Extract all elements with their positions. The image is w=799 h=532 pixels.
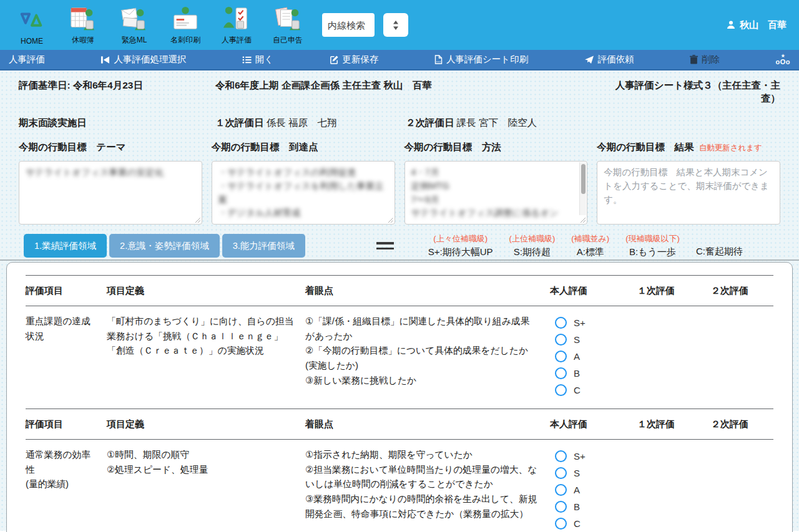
goal-result-title: 今期の行動目標 結果 — [597, 141, 694, 154]
radio-circle-icon[interactable] — [555, 384, 567, 396]
table-header-row: 評価項目 項目定義 着眼点 本人評価 １次評価 ２次評価 — [26, 409, 773, 440]
radio-circle-icon[interactable] — [555, 467, 567, 479]
extension-select-dropdown[interactable] — [383, 13, 408, 37]
top-app-bar: HOME 休暇簿 緊急ML — [0, 0, 799, 50]
menu-open[interactable]: 開く — [242, 54, 273, 65]
goal-result-textarea[interactable] — [597, 161, 780, 225]
goal-theme-textarea[interactable]: サテライトオフィス事業の安定化 — [19, 161, 202, 225]
rating-radio-s[interactable]: S — [555, 331, 626, 348]
current-user[interactable]: 秋山 百華 — [726, 19, 787, 31]
sheet-info-header: 評価基準日: 令和6年4月23日 令和6年度上期 企画課企画係 主任主査 秋山 … — [0, 79, 799, 130]
resize-handle-icon[interactable] — [194, 216, 200, 223]
row-definition: 「町村市のまちづくり」に向け、自らの担当業務おける「挑戦（Ｃｈａｌｌｅｎｇｅ」「… — [107, 314, 294, 399]
rating-radio-s[interactable]: S — [555, 465, 626, 481]
scrollbar-track[interactable] — [579, 162, 586, 215]
extension-search-input[interactable] — [322, 13, 375, 37]
goal-method-textarea[interactable]: 4・7月 定例MTG 7〜9月 サテライトオフィス調整に係るオン — [404, 161, 588, 225]
app-hr-evaluation[interactable]: 人事評価 — [217, 5, 256, 46]
col-header-second-eval: ２次評価 — [711, 285, 773, 297]
legend-item-b: (現補職級以下) B:もう一歩 — [625, 233, 680, 258]
app-vacation-book-label: 休暇簿 — [72, 35, 94, 46]
goal-target-column: 今期の行動目標 到達点 ・サテライトオフィスの利用促進 ・サテライトオフィスを利… — [212, 141, 395, 225]
goal-target-textarea[interactable]: ・サテライトオフィスの利用促進 ・サテライトオフィスを利用した事業立案 ・デジタ… — [212, 161, 395, 225]
user-icon — [726, 20, 736, 30]
col-header-first-eval: １次評価 — [637, 418, 700, 430]
row-definition: ①時間、期限の順守 ②処理スピード、処理量 — [107, 448, 294, 532]
radio-circle-icon[interactable] — [555, 501, 567, 513]
goal-method-content: 4・7月 定例MTG 7〜9月 サテライトオフィス調整に係るオン — [411, 167, 559, 218]
evaluation-table-panel: 評価項目 項目定義 着眼点 本人評価 １次評価 ２次評価 重点課題の達成状況 「… — [6, 262, 793, 532]
business-card-icon — [171, 5, 200, 34]
first-eval-cell — [637, 448, 700, 532]
menu-hr-evaluation[interactable]: 人事評価 — [9, 54, 45, 65]
col-header-viewpoint: 着眼点 — [305, 418, 539, 430]
ranking-widget-icon[interactable]: ★ oOo — [775, 54, 790, 65]
rating-radio-s-plus[interactable]: S+ — [555, 314, 626, 331]
rating-radio-b[interactable]: B — [555, 365, 626, 382]
drag-handle-icon[interactable] — [376, 242, 394, 249]
first-eval-label: １次評価日 — [215, 117, 264, 128]
action-goals-section: 今期の行動目標 テーマ サテライトオフィス事業の安定化 今期の行動目標 到達点 … — [0, 130, 799, 225]
rating-radio-b[interactable]: B — [555, 498, 626, 515]
menu-request-evaluation[interactable]: 評価依頼 — [584, 54, 634, 65]
radio-circle-icon[interactable] — [555, 334, 567, 346]
radio-circle-icon[interactable] — [555, 450, 567, 462]
col-header-viewpoint: 着眼点 — [305, 285, 539, 297]
evaluation-base-date: 評価基準日: 令和6年4月23日 — [19, 79, 215, 105]
row-viewpoint: ①指示された納期、期限を守っていたか ②担当業務において単位時間当たりの処理量の… — [305, 448, 539, 532]
radio-circle-icon[interactable] — [555, 484, 567, 496]
tab-attitude-area[interactable]: 2.意識・姿勢評価領域 — [109, 234, 220, 258]
goal-theme-content: サテライトオフィス事業の安定化 — [26, 167, 164, 177]
app-hr-evaluation-label: 人事評価 — [222, 35, 252, 46]
radio-circle-icon[interactable] — [555, 317, 567, 329]
trash-icon — [690, 55, 698, 64]
app-launcher: HOME 休暇簿 緊急ML — [12, 5, 307, 46]
rating-radio-a[interactable]: A — [555, 481, 626, 498]
edit-icon — [330, 55, 339, 64]
evaluation-area-tabs-row: 1.業績評価領域 2.意識・姿勢評価領域 3.能力評価領域 (上々位補職級) S… — [0, 232, 799, 261]
app-self-report[interactable]: 自己申告 — [268, 5, 307, 46]
first-evaluation: １次評価日 係長 福原 七翔 — [215, 117, 406, 130]
app-self-report-label: 自己申告 — [273, 35, 303, 46]
app-home[interactable]: HOME — [12, 7, 51, 46]
home-logo-icon — [17, 7, 46, 36]
emergency-mail-icon — [120, 5, 149, 34]
list-icon — [242, 56, 252, 64]
menu-delete[interactable]: 削除 — [690, 54, 720, 65]
legend-item-c: C:奮起期待 — [696, 233, 743, 258]
menu-process-select[interactable]: 人事評価処理選択 — [100, 54, 186, 65]
tab-ability-area[interactable]: 3.能力評価領域 — [222, 234, 305, 258]
goal-method-title: 今期の行動目標 方法 — [404, 141, 501, 154]
rating-radio-c[interactable]: C — [555, 515, 626, 532]
legend-item-splus: (上々位補職級) S+:期待大幅UP — [428, 233, 493, 258]
resize-handle-icon[interactable] — [387, 216, 393, 223]
rating-radio-a[interactable]: A — [555, 348, 626, 365]
col-header-definition: 項目定義 — [107, 285, 294, 297]
app-vacation-book[interactable]: 休暇簿 — [64, 5, 102, 46]
second-eval-label: ２次評価日 — [406, 117, 454, 128]
radio-circle-icon[interactable] — [555, 518, 567, 530]
goal-theme-column: 今期の行動目標 テーマ サテライトオフィス事業の安定化 — [19, 141, 202, 225]
table-row: 重点課題の達成状況 「町村市のまちづくり」に向け、自らの担当業務おける「挑戦（Ｃ… — [26, 306, 773, 409]
col-header-self-eval: 本人評価 — [550, 418, 626, 430]
app-business-card-label: 名刺印刷 — [170, 35, 200, 46]
menu-print-sheet[interactable]: 人事評価シート印刷 — [434, 54, 528, 65]
app-business-card[interactable]: 名刺印刷 — [166, 5, 205, 46]
legend-item-a: (補職並み) A:標準 — [571, 233, 609, 258]
table-header-row: 評価項目 項目定義 着眼点 本人評価 １次評価 ２次評価 — [26, 275, 773, 306]
tab-performance-area[interactable]: 1.業績評価領域 — [24, 234, 107, 258]
rating-radio-c[interactable]: C — [555, 382, 626, 399]
scrollbar-thumb[interactable] — [581, 164, 586, 194]
grade-legend: (上々位補職級) S+:期待大幅UP (上位補職級) S:期待超 (補職並み) … — [428, 233, 743, 258]
menu-save[interactable]: 更新保存 — [330, 54, 379, 65]
send-icon — [584, 56, 594, 64]
resize-handle-icon[interactable] — [579, 216, 586, 223]
radio-circle-icon[interactable] — [555, 367, 567, 379]
sheet-type: 人事評価シート様式３（主任主査・主査） — [596, 79, 780, 105]
rating-radio-s-plus[interactable]: S+ — [555, 448, 626, 465]
app-emergency-ml[interactable]: 緊急ML — [115, 5, 154, 46]
second-evaluation: ２次評価日 課長 宮下 陸空人 — [406, 117, 596, 130]
row-item: 重点課題の達成状況 — [26, 314, 96, 399]
self-eval-radio-group: S+ S A B C — [550, 314, 626, 399]
radio-circle-icon[interactable] — [555, 351, 567, 362]
